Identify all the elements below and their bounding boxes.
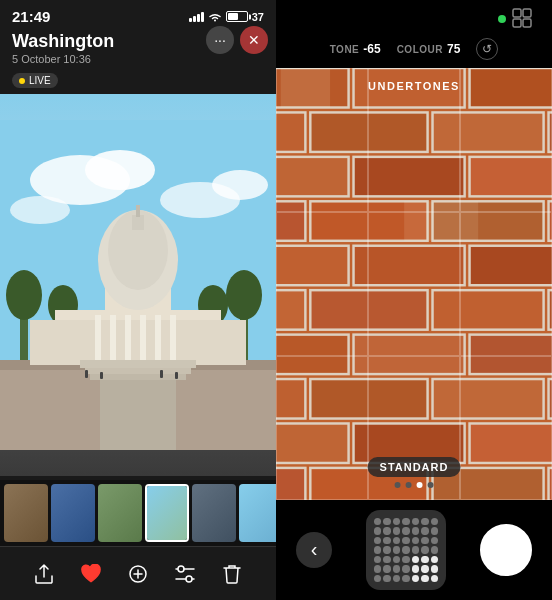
- thumbnail-active[interactable]: [145, 484, 189, 542]
- reset-button[interactable]: ↺: [476, 38, 498, 60]
- dot-1: [383, 518, 390, 525]
- svg-point-13: [226, 270, 262, 320]
- svg-rect-66: [276, 290, 305, 329]
- svg-rect-22: [95, 315, 101, 360]
- dot-4: [412, 518, 419, 525]
- dot-14: [374, 537, 381, 544]
- svg-rect-21: [90, 374, 186, 380]
- svg-rect-77: [276, 423, 349, 462]
- dot-3-active: [417, 482, 423, 488]
- share-icon: [33, 563, 55, 585]
- heart-icon: [80, 564, 102, 584]
- svg-rect-55: [549, 112, 552, 151]
- svg-rect-74: [310, 379, 427, 418]
- dot-40: [421, 565, 428, 572]
- svg-rect-46: [513, 19, 521, 27]
- tone-value: -65: [363, 42, 380, 56]
- header-actions: ··· ✕: [206, 26, 268, 54]
- colour-label: COLOUR: [397, 44, 443, 55]
- dot-25: [412, 546, 419, 553]
- svg-rect-34: [100, 372, 103, 379]
- svg-rect-70: [276, 335, 349, 374]
- brick-photo-container: UNDERTONES STANDARD: [276, 68, 552, 500]
- dot-17: [402, 537, 409, 544]
- svg-rect-31: [132, 215, 144, 230]
- svg-rect-51: [470, 68, 552, 107]
- edit-button[interactable]: [120, 556, 156, 592]
- svg-point-5: [10, 196, 70, 224]
- delete-button[interactable]: [214, 556, 250, 592]
- colour-control[interactable]: COLOUR 75: [397, 42, 461, 56]
- svg-rect-36: [175, 372, 178, 379]
- battery-level: 37: [252, 11, 264, 23]
- colour-value: 75: [447, 42, 460, 56]
- dot-3: [402, 518, 409, 525]
- dot-42: [374, 575, 381, 582]
- svg-rect-18: [30, 320, 246, 365]
- adjust-button[interactable]: [167, 556, 203, 592]
- thumbnail-5[interactable]: [192, 484, 236, 542]
- svg-rect-83: [549, 468, 552, 500]
- dot-27: [431, 546, 438, 553]
- svg-rect-45: [523, 9, 531, 17]
- dot-28: [374, 556, 381, 563]
- svg-rect-71: [354, 335, 465, 374]
- bottom-toolbar: [0, 546, 276, 600]
- thumbnail-1[interactable]: [4, 484, 48, 542]
- dot-36: [383, 565, 390, 572]
- standard-label: STANDARD: [368, 457, 461, 477]
- brick-image: [276, 68, 552, 500]
- more-button[interactable]: ···: [206, 26, 234, 54]
- dot-0: [374, 518, 381, 525]
- svg-rect-75: [433, 379, 544, 418]
- svg-rect-19: [80, 360, 196, 368]
- tone-control[interactable]: TONE -65: [330, 42, 381, 56]
- thumbnail-6[interactable]: [239, 484, 276, 542]
- grid-icon: [512, 8, 540, 30]
- svg-rect-69: [549, 290, 552, 329]
- svg-rect-57: [354, 157, 465, 196]
- shutter-button[interactable]: [480, 524, 532, 576]
- back-button[interactable]: ‹: [296, 532, 332, 568]
- reset-icon: ↺: [482, 42, 492, 56]
- dot-35: [374, 565, 381, 572]
- dot-29: [383, 556, 390, 563]
- dot-16: [393, 537, 400, 544]
- dot-13: [431, 527, 438, 534]
- filter-grid-button[interactable]: [366, 510, 446, 590]
- back-icon: ‹: [311, 538, 318, 561]
- svg-rect-64: [354, 246, 465, 285]
- close-button[interactable]: ✕: [240, 26, 268, 54]
- dot-45: [402, 575, 409, 582]
- dot-7: [374, 527, 381, 534]
- album-date: 5 October 10:36: [12, 53, 264, 65]
- camera-active-dot: [498, 15, 506, 23]
- share-button[interactable]: [26, 556, 62, 592]
- dot-4: [428, 482, 434, 488]
- live-label: LIVE: [29, 75, 51, 86]
- thumbnail-3[interactable]: [98, 484, 142, 542]
- thumbnail-2[interactable]: [51, 484, 95, 542]
- dot-23: [393, 546, 400, 553]
- dot-39: [412, 565, 419, 572]
- svg-rect-54: [433, 112, 544, 151]
- undertones-label: UNDERTONES: [368, 80, 460, 92]
- svg-rect-56: [276, 157, 349, 196]
- svg-rect-80: [276, 468, 305, 500]
- svg-rect-35: [160, 370, 163, 378]
- left-panel: 21:49 37 Washington 5 October 10:36: [0, 0, 276, 600]
- svg-rect-24: [125, 315, 131, 360]
- dot-44: [393, 575, 400, 582]
- dot-9: [393, 527, 400, 534]
- svg-rect-67: [310, 290, 427, 329]
- svg-point-43: [186, 576, 192, 582]
- right-bottom-controls: ‹: [276, 500, 552, 600]
- heart-button[interactable]: [73, 556, 109, 592]
- svg-rect-59: [276, 201, 305, 240]
- dot-32: [412, 556, 419, 563]
- live-badge[interactable]: LIVE: [12, 73, 58, 88]
- dot-31: [402, 556, 409, 563]
- capitol-image: [0, 94, 276, 476]
- dot-22: [383, 546, 390, 553]
- svg-rect-68: [433, 290, 544, 329]
